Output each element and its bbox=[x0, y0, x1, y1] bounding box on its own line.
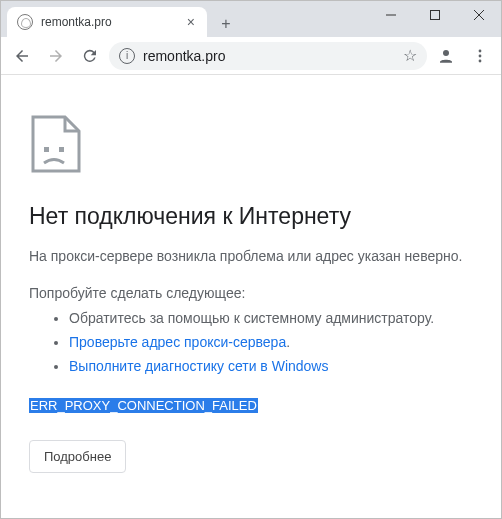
list-item: Проверьте адрес прокси-сервера. bbox=[69, 331, 473, 355]
list-item: Обратитесь за помощью к системному админ… bbox=[69, 307, 473, 331]
error-code: ERR_PROXY_CONNECTION_FAILED bbox=[29, 398, 258, 413]
svg-rect-9 bbox=[59, 147, 64, 152]
site-info-icon[interactable]: i bbox=[119, 48, 135, 64]
error-subtext: На прокси-сервере возникла проблема или … bbox=[29, 246, 473, 267]
titlebar: remontka.pro × + bbox=[1, 1, 501, 37]
new-tab-button[interactable]: + bbox=[213, 11, 239, 37]
close-window-button[interactable] bbox=[457, 1, 501, 29]
bookmark-star-icon[interactable]: ☆ bbox=[403, 46, 417, 65]
tab-title: remontka.pro bbox=[41, 15, 185, 29]
suggestion-list: Обратитесь за помощью к системному админ… bbox=[29, 307, 473, 378]
minimize-button[interactable] bbox=[369, 1, 413, 29]
svg-point-5 bbox=[479, 49, 482, 52]
globe-icon bbox=[17, 14, 33, 30]
sad-page-icon bbox=[29, 115, 473, 175]
svg-point-4 bbox=[443, 50, 449, 56]
address-bar[interactable]: i remontka.pro ☆ bbox=[109, 42, 427, 70]
browser-tab[interactable]: remontka.pro × bbox=[7, 7, 207, 37]
close-tab-icon[interactable]: × bbox=[185, 14, 197, 30]
toolbar: i remontka.pro ☆ bbox=[1, 37, 501, 75]
svg-rect-1 bbox=[431, 11, 440, 20]
check-proxy-link[interactable]: Проверьте адрес прокси-сервера bbox=[69, 334, 286, 350]
network-diagnostics-link[interactable]: Выполните диагностику сети в Windows bbox=[69, 358, 328, 374]
forward-button[interactable] bbox=[41, 41, 71, 71]
url-text: remontka.pro bbox=[143, 48, 395, 64]
profile-button[interactable] bbox=[431, 41, 461, 71]
try-heading: Попробуйте сделать следующее: bbox=[29, 285, 473, 301]
tab-strip: remontka.pro × + bbox=[1, 1, 239, 37]
list-item: Выполните диагностику сети в Windows bbox=[69, 355, 473, 379]
maximize-button[interactable] bbox=[413, 1, 457, 29]
svg-point-6 bbox=[479, 54, 482, 57]
error-page: Нет подключения к Интернету На прокси-се… bbox=[1, 75, 501, 493]
window-controls bbox=[369, 1, 501, 29]
reload-button[interactable] bbox=[75, 41, 105, 71]
menu-button[interactable] bbox=[465, 41, 495, 71]
svg-rect-8 bbox=[44, 147, 49, 152]
back-button[interactable] bbox=[7, 41, 37, 71]
details-button[interactable]: Подробнее bbox=[29, 440, 126, 473]
error-heading: Нет подключения к Интернету bbox=[29, 203, 473, 230]
svg-point-7 bbox=[479, 59, 482, 62]
suggestion-text: Обратитесь за помощью к системному админ… bbox=[69, 310, 434, 326]
suggestion-tail: . bbox=[286, 334, 290, 350]
